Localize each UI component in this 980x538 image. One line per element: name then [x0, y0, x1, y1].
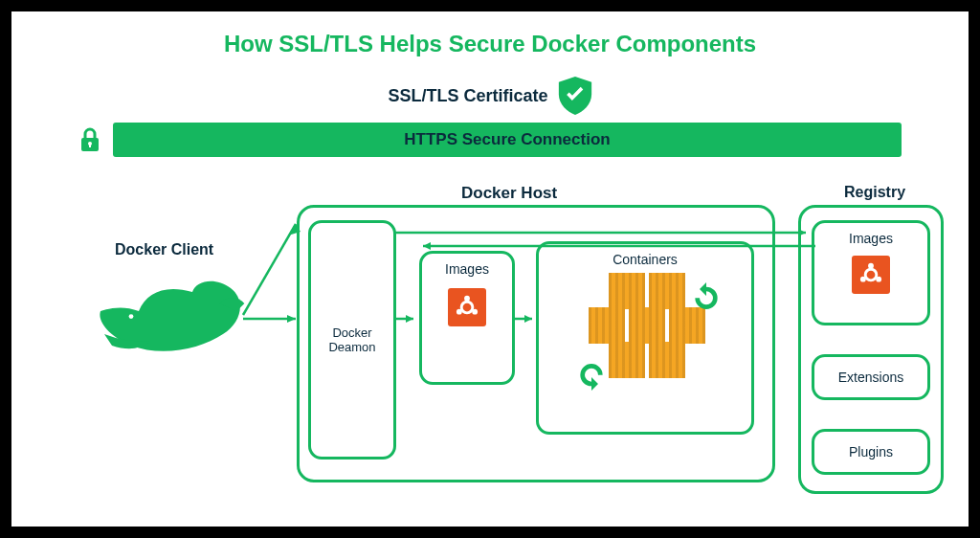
svg-point-3	[129, 314, 134, 319]
svg-point-5	[464, 296, 470, 302]
arrow-registry-to-host	[394, 237, 815, 255]
registry-plugins-box: Plugins	[812, 429, 930, 475]
registry-images-box: Images	[812, 220, 930, 325]
arrow-client-to-host-top	[243, 219, 310, 319]
svg-marker-23	[423, 242, 431, 250]
svg-rect-2	[89, 144, 91, 147]
container-hex-stack	[559, 273, 731, 416]
refresh-icon	[578, 364, 605, 391]
lock-icon	[78, 126, 101, 153]
architecture-diagram: Docker Client Docker Host Docker Deamon …	[11, 167, 969, 530]
arrow-images-to-containers	[513, 310, 542, 327]
daemon-label-1: Docker	[332, 325, 371, 340]
diagram-frame: How SSL/TLS Helps Secure Docker Componen…	[0, 0, 980, 538]
svg-marker-15	[287, 315, 296, 323]
refresh-icon	[693, 282, 720, 309]
extensions-label: Extensions	[838, 370, 903, 385]
ubuntu-icon	[448, 288, 486, 326]
svg-point-6	[472, 309, 478, 315]
svg-marker-17	[406, 315, 413, 323]
svg-point-7	[457, 309, 462, 315]
plugins-label: Plugins	[849, 444, 893, 460]
svg-marker-19	[524, 315, 532, 323]
certificate-label: SSL/TLS Certificate	[388, 86, 547, 106]
shield-check-icon	[558, 77, 592, 115]
page-title: How SSL/TLS Helps Secure Docker Componen…	[11, 31, 969, 57]
registry-label: Registry	[844, 184, 905, 201]
certificate-row: SSL/TLS Certificate	[11, 77, 969, 115]
images-label: Images	[445, 261, 489, 277]
svg-point-8	[865, 269, 877, 280]
host-images-box: Images	[419, 251, 515, 385]
svg-point-11	[860, 277, 866, 282]
arrow-client-to-daemon	[243, 310, 310, 327]
registry-images-label: Images	[849, 231, 893, 246]
https-bar: HTTPS Secure Connection	[113, 123, 902, 157]
docker-whale-icon	[93, 267, 246, 363]
svg-point-10	[876, 277, 881, 282]
ubuntu-icon	[852, 256, 890, 294]
registry-extensions-box: Extensions	[812, 354, 930, 400]
docker-client-label: Docker Client	[115, 241, 213, 258]
docker-host-label: Docker Host	[461, 184, 557, 203]
svg-point-4	[461, 302, 473, 313]
docker-daemon-box: Docker Deamon	[308, 220, 396, 460]
svg-line-12	[243, 224, 296, 315]
containers-box: Containers	[536, 241, 754, 435]
daemon-label-2: Deamon	[328, 340, 375, 354]
arrow-daemon-to-images	[394, 310, 423, 327]
svg-marker-21	[798, 229, 806, 236]
https-row: HTTPS Secure Connection	[78, 123, 902, 157]
svg-point-9	[868, 263, 874, 269]
